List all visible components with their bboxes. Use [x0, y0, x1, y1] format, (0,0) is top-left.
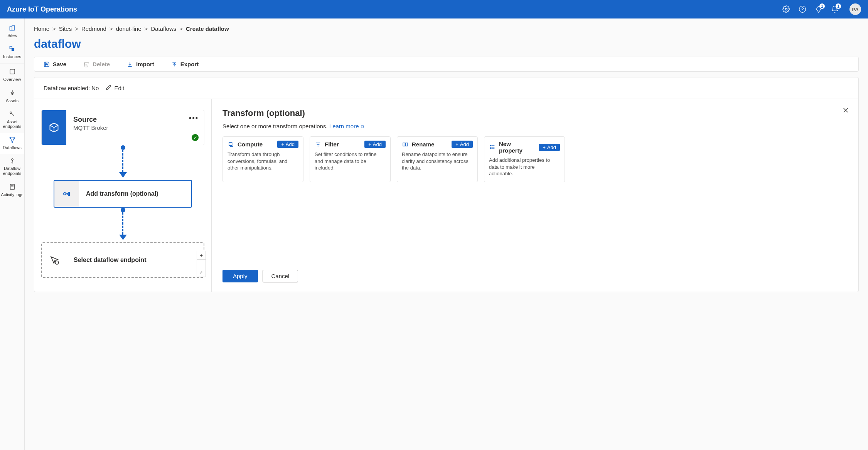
app-title: Azure IoT Operations [7, 5, 782, 13]
diagnostics-icon[interactable]: 1 [815, 5, 822, 13]
import-button[interactable]: Import [127, 61, 154, 67]
svg-point-11 [12, 141, 13, 143]
filter-icon [315, 141, 322, 148]
apply-button[interactable]: Apply [222, 270, 258, 282]
compute-icon [228, 141, 234, 148]
node-endpoint[interactable]: Select dataflow endpoint [41, 242, 204, 278]
nav-dataflows[interactable]: Dataflows [0, 133, 24, 154]
buildings-icon [8, 24, 16, 32]
nav-activity-logs[interactable]: Activity logs [0, 180, 24, 201]
nav-label: Dataflow endpoints [1, 166, 24, 176]
nav-assets[interactable]: Assets [0, 86, 24, 107]
add-filter-button[interactable]: +Add [364, 141, 386, 148]
crumb-donut-line[interactable]: donut-line [116, 25, 142, 32]
right-panel: Transform (optional) Select one or more … [212, 99, 858, 292]
card-new-property: New property +Add Add additional propert… [484, 136, 565, 182]
svg-point-23 [55, 261, 59, 264]
zoom-fit-button[interactable]: ⤢ [197, 268, 206, 277]
crumb-home[interactable]: Home [34, 25, 49, 32]
svg-rect-22 [68, 192, 69, 195]
add-rename-button[interactable]: +Add [452, 141, 473, 148]
nav-instances[interactable]: Instances [0, 42, 24, 63]
help-icon[interactable] [799, 5, 806, 13]
plus-icon: + [455, 141, 458, 147]
svg-point-0 [785, 8, 787, 10]
enable-row: Dataflow enabled: No Edit [34, 77, 858, 99]
connector [41, 208, 204, 240]
nav-label: Overview [3, 77, 21, 82]
transform-icon [54, 181, 79, 207]
add-new-property-button[interactable]: +Add [539, 144, 560, 151]
card-desc: Add additional properties to data to mak… [489, 157, 560, 177]
endpoint-label: Select dataflow endpoint [74, 257, 146, 264]
svg-point-13 [12, 162, 13, 163]
learn-more-link[interactable]: Learn more ⧉ [329, 123, 364, 129]
crumb-redmond[interactable]: Redmond [81, 25, 106, 32]
upload-icon [171, 61, 177, 67]
card-title: New property [499, 141, 536, 154]
sparkle-icon [8, 68, 16, 76]
svg-point-21 [64, 193, 66, 195]
nav-overview[interactable]: Overview [0, 65, 24, 86]
svg-point-1 [799, 6, 806, 13]
user-avatar[interactable]: PA [849, 3, 861, 15]
external-link-icon: ⧉ [360, 124, 364, 129]
panel-actions: Apply Cancel [222, 260, 848, 282]
nav-divider [0, 64, 24, 64]
nav-asset-endpoints[interactable]: Asset endpoints [0, 107, 24, 133]
svg-point-35 [490, 145, 490, 146]
card-compute: Compute +Add Transform data through conv… [222, 136, 303, 182]
nav-label: Activity logs [1, 192, 23, 197]
source-title: Source [73, 116, 197, 124]
settings-icon[interactable] [782, 5, 790, 13]
save-icon [44, 61, 50, 67]
dataflow-endpoint-icon [8, 157, 16, 165]
notifications-badge: 1 [836, 3, 841, 9]
crumb-dataflows[interactable]: Dataflows [151, 25, 176, 32]
svg-point-37 [490, 148, 490, 149]
edit-button[interactable]: Edit [106, 84, 124, 92]
breadcrumbs: Home > Sites > Redmond > donut-line > Da… [34, 25, 859, 32]
checkmark-icon: ✓ [192, 134, 199, 141]
svg-rect-4 [12, 25, 14, 30]
header-actions: 1 1 PA [782, 3, 861, 15]
node-transform[interactable]: Add transform (optional) [54, 180, 192, 208]
plus-icon: + [281, 141, 284, 147]
crumb-sites[interactable]: Sites [59, 25, 72, 32]
app-header: Azure IoT Operations 1 1 PA [0, 0, 868, 18]
add-compute-button[interactable]: +Add [277, 141, 298, 148]
svg-point-12 [11, 159, 13, 161]
panel-title: Transform (optional) [222, 108, 848, 118]
transform-label: Add transform (optional) [86, 190, 158, 197]
cancel-button[interactable]: Cancel [263, 270, 298, 282]
zoom-out-button[interactable]: − [197, 260, 206, 268]
asset-icon [8, 89, 16, 97]
more-icon[interactable]: ••• [189, 114, 199, 122]
page-title: dataflow [34, 37, 859, 50]
canvas: Source MQTT Broker ••• ✓ [34, 99, 212, 292]
svg-rect-31 [406, 143, 408, 146]
boxes-icon [8, 45, 16, 53]
node-source[interactable]: Source MQTT Broker ••• ✓ [41, 110, 204, 145]
nav-sites[interactable]: Sites [0, 21, 24, 42]
nav-label: Instances [3, 54, 21, 59]
panel-subtext: Select one or more transform operations.… [222, 123, 848, 129]
svg-rect-6 [12, 48, 14, 50]
crumb-create-dataflow: Create dataflow [186, 25, 229, 32]
nav-label: Assets [6, 98, 19, 103]
card-desc: Transform data through conversions, form… [228, 151, 298, 171]
notifications-icon[interactable]: 1 [831, 5, 839, 13]
plus-icon: + [368, 141, 371, 147]
dataflow-icon [8, 136, 16, 144]
close-icon[interactable] [842, 107, 849, 115]
zoom-in-button[interactable]: + [197, 251, 206, 260]
svg-rect-7 [10, 69, 15, 74]
list-icon [489, 144, 496, 151]
export-button[interactable]: Export [171, 61, 199, 67]
svg-rect-3 [10, 27, 12, 30]
svg-rect-30 [403, 143, 405, 146]
svg-point-36 [490, 147, 490, 147]
save-button[interactable]: Save [44, 61, 66, 67]
nav-dataflow-endpoints[interactable]: Dataflow endpoints [0, 154, 24, 180]
svg-point-8 [10, 112, 12, 114]
